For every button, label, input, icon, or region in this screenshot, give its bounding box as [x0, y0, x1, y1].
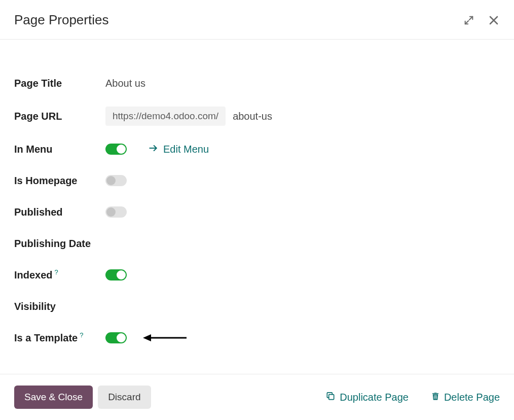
edit-menu-label: Edit Menu [163, 144, 209, 155]
footer-right: Duplicate Page Delete Page [325, 391, 500, 404]
label-indexed-text: Indexed [14, 269, 53, 281]
help-icon[interactable]: ? [80, 331, 83, 339]
row-publishing-date: Publishing Date [14, 235, 500, 252]
save-button[interactable]: Save & Close [14, 386, 93, 409]
toggle-published[interactable] [105, 206, 127, 218]
label-publishing-date: Publishing Date [14, 238, 105, 250]
toggle-is-template[interactable] [105, 332, 127, 343]
label-page-url: Page URL [14, 111, 105, 122]
delete-page-label: Delete Page [444, 392, 500, 403]
label-visibility: Visibility [14, 301, 105, 312]
row-visibility: Visibility [14, 298, 500, 314]
modal-footer: Save & Close Discard Duplicate Page Dele… [0, 374, 514, 420]
edit-menu-link[interactable]: Edit Menu [148, 143, 209, 156]
duplicate-page-label: Duplicate Page [340, 392, 409, 403]
close-icon[interactable] [488, 14, 500, 26]
toggle-is-homepage[interactable] [105, 175, 127, 186]
footer-left: Save & Close Discard [14, 386, 151, 409]
value-page-url: https://demo4.odoo.com/ about-us [105, 107, 272, 126]
row-published: Published [14, 204, 500, 220]
url-prefix: https://demo4.odoo.com/ [105, 107, 226, 126]
header-actions [463, 14, 500, 26]
expand-icon[interactable] [463, 15, 474, 26]
modal-title: Page Properties [14, 12, 108, 28]
label-page-title: Page Title [14, 78, 105, 89]
annotation-arrow-icon [143, 333, 187, 343]
arrow-right-icon [148, 143, 158, 156]
delete-page-link[interactable]: Delete Page [431, 391, 500, 404]
label-is-template-text: Is a Template [14, 332, 78, 344]
row-page-url: Page URL https://demo4.odoo.com/ about-u… [14, 107, 500, 126]
modal-header: Page Properties [0, 0, 514, 40]
row-page-title: Page Title About us [14, 75, 500, 91]
label-published: Published [14, 206, 105, 218]
duplicate-page-link[interactable]: Duplicate Page [325, 391, 409, 404]
label-is-homepage: Is Homepage [14, 175, 105, 187]
toggle-indexed[interactable] [105, 269, 127, 281]
form-body: Page Title About us Page URL https://dem… [0, 40, 514, 376]
row-is-homepage: Is Homepage [14, 172, 500, 189]
copy-icon [325, 391, 336, 404]
row-in-menu: In Menu Edit Menu [14, 141, 500, 157]
label-is-template: Is a Template ? [14, 332, 105, 344]
label-in-menu: In Menu [14, 144, 105, 155]
svg-marker-1 [143, 334, 151, 341]
help-icon[interactable]: ? [55, 268, 58, 276]
row-indexed: Indexed ? [14, 267, 500, 283]
value-page-title[interactable]: About us [105, 78, 145, 89]
row-is-template: Is a Template ? [14, 330, 500, 346]
url-slug-input[interactable]: about-us [233, 111, 272, 122]
label-indexed: Indexed ? [14, 269, 105, 281]
trash-icon [431, 391, 440, 404]
discard-button[interactable]: Discard [98, 386, 151, 409]
toggle-in-menu[interactable] [105, 144, 127, 155]
svg-rect-2 [329, 394, 334, 399]
